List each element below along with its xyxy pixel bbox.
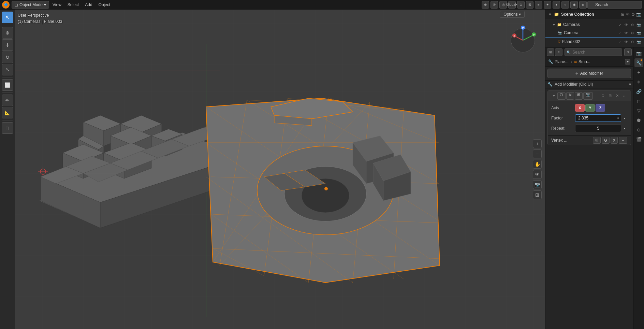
mode-selector[interactable]: ◻ Object Mode ▾ bbox=[12, 1, 49, 9]
options-button[interactable]: Options ▾ bbox=[500, 11, 525, 18]
tree-item-plane002[interactable]: ▽ Plane.002 ✓ 👁 ⊙ 📷 bbox=[545, 38, 644, 46]
search-box-top[interactable]: Search bbox=[587, 1, 642, 9]
menu-add[interactable]: Add bbox=[82, 1, 95, 9]
breadcrumb-part1[interactable]: Plane.... bbox=[555, 59, 570, 64]
menu-object[interactable]: Object bbox=[96, 1, 113, 9]
cam-eye[interactable]: 👁 bbox=[624, 30, 629, 35]
plane-dot[interactable]: ⊙ bbox=[630, 39, 635, 44]
plane-eye[interactable]: 👁 bbox=[624, 39, 629, 44]
prop-render-icon[interactable]: 📷 bbox=[634, 49, 643, 58]
vertex-g-btn[interactable]: G bbox=[602, 137, 610, 144]
pivot-icon[interactable]: ◎ bbox=[499, 1, 507, 9]
modifier-visibility-btn[interactable]: ⊙ bbox=[600, 93, 606, 99]
overlay-icon[interactable]: ≡ bbox=[535, 1, 542, 9]
cam-dot[interactable]: ⊙ bbox=[630, 30, 635, 35]
snap-icon[interactable]: ⊕ bbox=[482, 1, 489, 9]
prop-world-icon[interactable]: ⊙ bbox=[634, 125, 643, 134]
vertex-swap-btn[interactable]: ↔ bbox=[619, 137, 627, 144]
prop-data-icon[interactable]: ▽ bbox=[634, 106, 643, 115]
camera-vis-render[interactable]: 📷 bbox=[636, 22, 641, 27]
viewport-solid[interactable]: ◉ bbox=[570, 1, 578, 9]
cam-check[interactable]: ✓ bbox=[617, 30, 623, 35]
breadcrumb-expand[interactable]: ▾ bbox=[625, 59, 630, 65]
camera-vis-eye[interactable]: 👁 bbox=[624, 22, 629, 27]
props-search-input[interactable] bbox=[565, 48, 622, 56]
rotate-tool[interactable]: ↻ bbox=[2, 52, 13, 63]
old-ui-row[interactable]: 🔧 Add Modifier (Old UI) ▾ bbox=[545, 81, 633, 88]
measure-tool[interactable]: 📐 bbox=[2, 107, 13, 118]
factor-value[interactable]: 2.835 bbox=[575, 114, 621, 122]
tree-item-camera[interactable]: 📷 Camera ✓ 👁 ⊙ 📷 bbox=[545, 29, 644, 37]
props-filter-btn[interactable]: ▾ bbox=[624, 48, 632, 56]
cam-render[interactable]: 📷 bbox=[636, 30, 641, 35]
transform-tool[interactable]: ⬜ bbox=[2, 79, 13, 91]
render-icon-header[interactable]: 📷 bbox=[636, 12, 641, 17]
old-ui-expand[interactable]: ▾ bbox=[629, 82, 631, 87]
eye-icon-header[interactable]: 👁 bbox=[626, 12, 630, 17]
axis-z-btn[interactable]: Z bbox=[596, 104, 605, 112]
prop-material-icon[interactable]: ⬟ bbox=[634, 116, 643, 125]
prop-modifier-icon[interactable]: 🔧 bbox=[634, 58, 643, 67]
repeat-dot[interactable]: • bbox=[622, 126, 627, 131]
proportional-icon[interactable]: ⊙ bbox=[517, 1, 525, 9]
properties-area: ⊞ ≡ 🔍 ▾ 🔧 Plane.... › ≋ Smo.. bbox=[545, 47, 644, 329]
camera-vis-check[interactable]: ✓ bbox=[617, 22, 623, 27]
axis-row: Axis X Y Z bbox=[551, 104, 627, 112]
cursor-tool[interactable]: ⊕ bbox=[2, 27, 13, 39]
axis-y-btn[interactable]: Y bbox=[585, 104, 595, 112]
vertex-grid-btn[interactable]: ⊞ bbox=[593, 137, 601, 144]
filter-icon[interactable]: ⊞ bbox=[621, 12, 625, 17]
modifier-tab-faces[interactable]: ⊞ bbox=[575, 92, 583, 100]
camera-btn[interactable]: 📷 bbox=[533, 180, 542, 189]
vertex-x-btn[interactable]: X bbox=[611, 137, 618, 144]
gizmo-icon[interactable]: ✦ bbox=[544, 1, 551, 9]
select-tool[interactable]: ↖ bbox=[2, 12, 13, 23]
repeat-value[interactable]: 5 bbox=[575, 125, 621, 132]
add-object-tool[interactable]: ◻ bbox=[2, 122, 13, 134]
move-tool[interactable]: ✛ bbox=[2, 39, 13, 51]
annotate-tool[interactable]: ✏ bbox=[2, 95, 13, 106]
modifier-tab-verts[interactable]: ⬡ bbox=[557, 92, 566, 100]
tree-item-cameras[interactable]: ▼ 📁 Cameras ✓ 👁 ⊙ 📷 bbox=[545, 20, 644, 29]
modifier-close-btn[interactable]: ✕ bbox=[614, 93, 620, 99]
prop-scene-icon[interactable]: 🎬 bbox=[634, 135, 643, 144]
props-tab-switcher[interactable]: ⊞ bbox=[547, 48, 554, 56]
expand-cameras[interactable]: ▼ bbox=[552, 23, 556, 27]
global-transform[interactable]: Global▾ bbox=[508, 1, 516, 9]
restrict-icon[interactable]: ⊙ bbox=[631, 12, 635, 17]
props-tab-switcher2[interactable]: ≡ bbox=[555, 48, 562, 56]
breadcrumb-part2[interactable]: Smo... bbox=[579, 59, 590, 64]
factor-dot[interactable]: • bbox=[622, 115, 627, 121]
menu-view[interactable]: View bbox=[50, 1, 64, 9]
fullscreen-btn[interactable]: ⊞ bbox=[533, 190, 542, 199]
viewport-render[interactable]: ◈ bbox=[579, 1, 587, 9]
prop-physics-icon[interactable]: ⚛ bbox=[634, 77, 643, 86]
pan-btn[interactable]: ✋ bbox=[533, 160, 542, 169]
viewport-wire[interactable]: ○ bbox=[561, 1, 569, 9]
modifier-expand-btn[interactable]: ↔ bbox=[621, 93, 627, 99]
prop-constraints-icon[interactable]: 🔗 bbox=[634, 87, 643, 96]
modifier-tab-uvs[interactable]: 📷 bbox=[583, 92, 593, 100]
camera-label: Camera bbox=[564, 30, 616, 35]
scale-tool[interactable]: ⤡ bbox=[2, 64, 13, 75]
camera-vis-dot[interactable]: ⊙ bbox=[630, 22, 635, 27]
repeat-label: Repeat bbox=[551, 126, 575, 131]
viewport-shading[interactable]: ● bbox=[553, 1, 560, 9]
plane-render[interactable]: 📷 bbox=[636, 39, 641, 44]
modifier-tab-edges[interactable]: ≋ bbox=[566, 92, 574, 100]
menu-select[interactable]: Select bbox=[65, 1, 82, 9]
transform-icon[interactable]: ⟳ bbox=[491, 1, 498, 9]
modifier-collapse-btn[interactable]: ▼ bbox=[551, 93, 557, 99]
zoom-in-btn[interactable]: + bbox=[533, 139, 542, 148]
add-modifier-button[interactable]: + Add Modifier bbox=[547, 69, 631, 78]
modifier-apply-btn[interactable]: ⊞ bbox=[607, 93, 613, 99]
prop-object-icon[interactable]: ◻ bbox=[634, 97, 643, 105]
viewport-gizmo[interactable]: Z Y X bbox=[508, 23, 538, 54]
viewport[interactable]: User Perspective (1) Cameras | Plane.003… bbox=[15, 10, 545, 329]
zoom-out-btn[interactable]: − bbox=[533, 149, 542, 158]
orbit-btn[interactable]: 👁 bbox=[533, 170, 542, 179]
plane-check[interactable]: ✓ bbox=[617, 39, 623, 44]
axis-x-btn[interactable]: X bbox=[575, 104, 585, 112]
prop-particles-icon[interactable]: ✦ bbox=[634, 68, 643, 77]
snap-magnet-icon[interactable]: ⊠ bbox=[526, 1, 533, 9]
